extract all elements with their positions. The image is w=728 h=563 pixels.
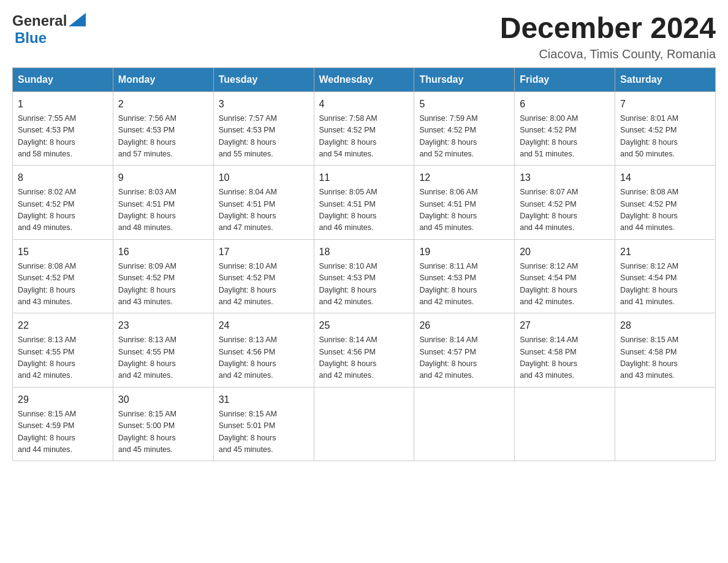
day-number: 24 (219, 318, 309, 333)
calendar-cell: 2 Sunrise: 7:56 AM Sunset: 4:53 PM Dayli… (113, 91, 213, 166)
day-number: 9 (118, 170, 208, 185)
logo-blue-text: Blue (15, 29, 47, 46)
day-number: 12 (419, 170, 509, 185)
day-info: Sunrise: 8:12 AM Sunset: 4:54 PM Dayligh… (620, 261, 710, 308)
calendar-cell: 29 Sunrise: 8:15 AM Sunset: 4:59 PM Dayl… (13, 387, 113, 461)
day-info: Sunrise: 8:05 AM Sunset: 4:51 PM Dayligh… (319, 186, 409, 234)
day-number: 20 (520, 245, 610, 259)
day-number: 6 (520, 97, 610, 112)
calendar-cell: 17 Sunrise: 8:10 AM Sunset: 4:52 PM Dayl… (213, 239, 314, 313)
day-number: 23 (118, 318, 208, 333)
calendar-cell (615, 387, 716, 461)
day-info: Sunrise: 7:56 AM Sunset: 4:53 PM Dayligh… (118, 113, 208, 161)
calendar-cell: 6 Sunrise: 8:00 AM Sunset: 4:52 PM Dayli… (515, 91, 615, 166)
calendar-cell: 13 Sunrise: 8:07 AM Sunset: 4:52 PM Dayl… (515, 166, 615, 240)
calendar-cell: 9 Sunrise: 8:03 AM Sunset: 4:51 PM Dayli… (113, 166, 213, 240)
day-info: Sunrise: 7:55 AM Sunset: 4:53 PM Dayligh… (18, 113, 108, 161)
calendar-cell: 7 Sunrise: 8:01 AM Sunset: 4:52 PM Dayli… (615, 91, 716, 166)
day-info: Sunrise: 8:03 AM Sunset: 4:51 PM Dayligh… (118, 186, 208, 234)
day-number: 26 (419, 318, 509, 333)
day-info: Sunrise: 8:15 AM Sunset: 5:00 PM Dayligh… (118, 408, 208, 456)
day-info: Sunrise: 8:14 AM Sunset: 4:57 PM Dayligh… (419, 334, 509, 382)
day-info: Sunrise: 8:00 AM Sunset: 4:52 PM Dayligh… (520, 113, 610, 161)
day-info: Sunrise: 8:10 AM Sunset: 4:53 PM Dayligh… (319, 261, 409, 308)
calendar-cell: 31 Sunrise: 8:15 AM Sunset: 5:01 PM Dayl… (213, 387, 314, 461)
calendar-cell: 27 Sunrise: 8:14 AM Sunset: 4:58 PM Dayl… (515, 313, 615, 388)
weekday-header-monday: Monday (113, 67, 213, 91)
weekday-header-row: SundayMondayTuesdayWednesdayThursdayFrid… (13, 67, 716, 91)
logo-triangle-icon (69, 13, 86, 26)
calendar-cell (314, 387, 414, 461)
day-number: 3 (219, 97, 309, 112)
day-number: 19 (419, 245, 509, 259)
calendar-week-row: 8 Sunrise: 8:02 AM Sunset: 4:52 PM Dayli… (13, 166, 716, 240)
calendar-cell: 21 Sunrise: 8:12 AM Sunset: 4:54 PM Dayl… (615, 239, 716, 313)
calendar-cell: 20 Sunrise: 8:12 AM Sunset: 4:54 PM Dayl… (515, 239, 615, 313)
weekday-header-wednesday: Wednesday (314, 67, 414, 91)
day-info: Sunrise: 8:12 AM Sunset: 4:54 PM Dayligh… (520, 261, 610, 308)
calendar-cell: 25 Sunrise: 8:14 AM Sunset: 4:56 PM Dayl… (314, 313, 414, 388)
day-number: 29 (18, 393, 108, 407)
calendar-week-row: 22 Sunrise: 8:13 AM Sunset: 4:55 PM Dayl… (13, 313, 716, 388)
day-number: 14 (620, 170, 710, 185)
calendar-week-row: 15 Sunrise: 8:08 AM Sunset: 4:52 PM Dayl… (13, 239, 716, 313)
day-number: 31 (219, 393, 309, 407)
calendar-cell: 30 Sunrise: 8:15 AM Sunset: 5:00 PM Dayl… (113, 387, 213, 461)
calendar-cell: 10 Sunrise: 8:04 AM Sunset: 4:51 PM Dayl… (213, 166, 314, 240)
calendar-week-row: 29 Sunrise: 8:15 AM Sunset: 4:59 PM Dayl… (13, 387, 716, 461)
weekday-header-saturday: Saturday (615, 67, 716, 91)
day-number: 17 (219, 245, 309, 259)
calendar-cell: 15 Sunrise: 8:08 AM Sunset: 4:52 PM Dayl… (13, 239, 113, 313)
day-number: 15 (18, 245, 108, 259)
day-info: Sunrise: 8:08 AM Sunset: 4:52 PM Dayligh… (620, 186, 710, 234)
day-number: 2 (118, 97, 208, 112)
day-info: Sunrise: 8:01 AM Sunset: 4:52 PM Dayligh… (620, 113, 710, 161)
day-number: 18 (319, 245, 409, 259)
calendar-cell: 28 Sunrise: 8:15 AM Sunset: 4:58 PM Dayl… (615, 313, 716, 388)
day-info: Sunrise: 8:10 AM Sunset: 4:52 PM Dayligh… (219, 261, 309, 308)
weekday-header-tuesday: Tuesday (213, 67, 314, 91)
day-number: 4 (319, 97, 409, 112)
page-subtitle: Ciacova, Timis County, Romania (500, 47, 716, 61)
day-number: 10 (219, 170, 309, 185)
day-info: Sunrise: 7:58 AM Sunset: 4:52 PM Dayligh… (319, 113, 409, 161)
day-info: Sunrise: 8:07 AM Sunset: 4:52 PM Dayligh… (520, 186, 610, 234)
calendar-cell: 18 Sunrise: 8:10 AM Sunset: 4:53 PM Dayl… (314, 239, 414, 313)
day-number: 27 (520, 318, 610, 333)
calendar-week-row: 1 Sunrise: 7:55 AM Sunset: 4:53 PM Dayli… (13, 91, 716, 166)
calendar-cell: 12 Sunrise: 8:06 AM Sunset: 4:51 PM Dayl… (414, 166, 515, 240)
page-header: General Blue December 2024 Ciacova, Timi… (12, 12, 716, 61)
calendar-cell: 22 Sunrise: 8:13 AM Sunset: 4:55 PM Dayl… (13, 313, 113, 388)
day-number: 30 (118, 393, 208, 407)
calendar-cell: 14 Sunrise: 8:08 AM Sunset: 4:52 PM Dayl… (615, 166, 716, 240)
day-info: Sunrise: 7:59 AM Sunset: 4:52 PM Dayligh… (419, 113, 509, 161)
day-info: Sunrise: 8:15 AM Sunset: 4:58 PM Dayligh… (620, 334, 710, 382)
day-info: Sunrise: 8:08 AM Sunset: 4:52 PM Dayligh… (18, 261, 108, 308)
day-number: 8 (18, 170, 108, 185)
weekday-header-friday: Friday (515, 67, 615, 91)
calendar-cell (414, 387, 515, 461)
day-number: 7 (620, 97, 710, 112)
calendar-cell: 5 Sunrise: 7:59 AM Sunset: 4:52 PM Dayli… (414, 91, 515, 166)
calendar-cell: 3 Sunrise: 7:57 AM Sunset: 4:53 PM Dayli… (213, 91, 314, 166)
logo: General Blue (12, 12, 86, 47)
day-info: Sunrise: 8:02 AM Sunset: 4:52 PM Dayligh… (18, 186, 108, 234)
day-info: Sunrise: 8:14 AM Sunset: 4:58 PM Dayligh… (520, 334, 610, 382)
logo-general-text: General (12, 12, 67, 29)
day-number: 5 (419, 97, 509, 112)
day-info: Sunrise: 8:06 AM Sunset: 4:51 PM Dayligh… (419, 186, 509, 234)
day-number: 16 (118, 245, 208, 259)
calendar-table: SundayMondayTuesdayWednesdayThursdayFrid… (12, 67, 716, 462)
day-number: 13 (520, 170, 610, 185)
day-info: Sunrise: 8:13 AM Sunset: 4:55 PM Dayligh… (118, 334, 208, 382)
calendar-cell: 19 Sunrise: 8:11 AM Sunset: 4:53 PM Dayl… (414, 239, 515, 313)
calendar-cell: 24 Sunrise: 8:13 AM Sunset: 4:56 PM Dayl… (213, 313, 314, 388)
day-number: 22 (18, 318, 108, 333)
day-info: Sunrise: 8:09 AM Sunset: 4:52 PM Dayligh… (118, 261, 208, 308)
weekday-header-sunday: Sunday (13, 67, 113, 91)
day-number: 21 (620, 245, 710, 259)
day-info: Sunrise: 8:15 AM Sunset: 5:01 PM Dayligh… (219, 408, 309, 456)
calendar-cell: 16 Sunrise: 8:09 AM Sunset: 4:52 PM Dayl… (113, 239, 213, 313)
title-section: December 2024 Ciacova, Timis County, Rom… (500, 12, 716, 61)
day-info: Sunrise: 8:04 AM Sunset: 4:51 PM Dayligh… (219, 186, 309, 234)
